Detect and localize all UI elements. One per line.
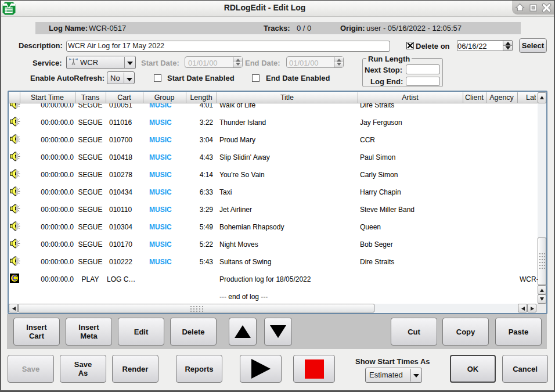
svg-text:C: C [12, 274, 17, 282]
